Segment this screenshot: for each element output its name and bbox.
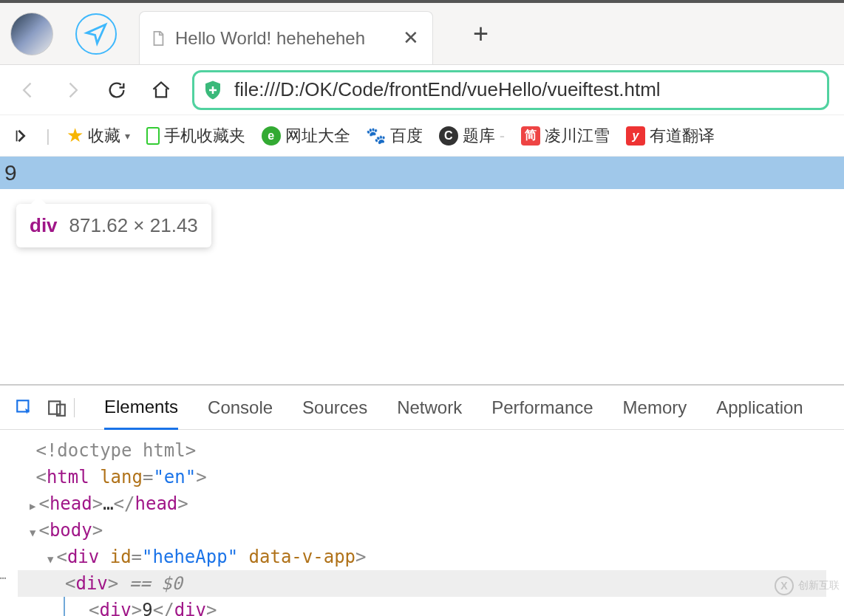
dom-head[interactable]: <head>…</head> bbox=[18, 490, 826, 517]
tab-network[interactable]: Network bbox=[397, 397, 462, 418]
tab-application[interactable]: Application bbox=[716, 397, 803, 418]
inspected-element-highlight: 9 bbox=[0, 157, 844, 189]
dom-html-open[interactable]: <html lang="en"> bbox=[18, 464, 826, 490]
dom-body[interactable]: <body> bbox=[18, 517, 826, 544]
dom-inner-div[interactable]: <div>9</div> bbox=[71, 597, 826, 616]
bookmark-youdao[interactable]: y 有道翻译 bbox=[626, 125, 715, 147]
watermark-text: 创新互联 bbox=[798, 579, 840, 592]
url-text: file:///D:/OK/Code/frontEnd/vueHello/vue… bbox=[234, 78, 661, 101]
bookmark-label: 题库 bbox=[463, 125, 495, 147]
browser-tab[interactable]: Hello World! heheheheh ✕ bbox=[139, 11, 433, 64]
forward-button[interactable] bbox=[59, 77, 86, 103]
book-icon: 简 bbox=[521, 126, 540, 146]
bookmark-mobile[interactable]: 手机收藏夹 bbox=[146, 125, 245, 147]
send-icon[interactable] bbox=[75, 13, 117, 55]
url-input[interactable]: file:///D:/OK/Code/frontEnd/vueHello/vue… bbox=[192, 70, 829, 110]
dom-tree[interactable]: <!doctype html> <html lang="en"> <head>…… bbox=[0, 430, 844, 616]
separator: | bbox=[46, 126, 50, 146]
reload-button[interactable] bbox=[103, 77, 130, 103]
tab-title: Hello World! heheheheh bbox=[175, 28, 391, 49]
crescent-icon: C bbox=[439, 126, 458, 146]
bookmark-label: 网址大全 bbox=[285, 125, 350, 147]
close-tab-button[interactable]: ✕ bbox=[400, 24, 422, 52]
youdao-icon: y bbox=[626, 126, 645, 146]
devtools-tools bbox=[15, 398, 75, 417]
tab-console[interactable]: Console bbox=[208, 397, 273, 418]
watermark: X 创新互联 bbox=[775, 576, 840, 595]
chevron-down-icon: ▾ bbox=[125, 130, 130, 142]
user-avatar[interactable] bbox=[10, 13, 53, 55]
tab-strip: Hello World! heheheheh ✕ + bbox=[0, 3, 844, 65]
new-tab-button[interactable]: + bbox=[473, 18, 489, 49]
page-content: 9 div 871.62 × 21.43 bbox=[0, 157, 844, 384]
paw-icon: 🐾 bbox=[367, 126, 386, 146]
watermark-logo-icon: X bbox=[775, 576, 794, 595]
bookmark-label: 百度 bbox=[390, 125, 423, 147]
home-button[interactable] bbox=[148, 77, 174, 103]
address-bar: file:///D:/OK/Code/frontEnd/vueHello/vue… bbox=[0, 65, 844, 115]
bookmarks-bar: | ★ 收藏 ▾ 手机收藏夹 e 网址大全 🐾 百度 C 题库 - 简 凌川江雪… bbox=[0, 115, 844, 157]
back-button[interactable] bbox=[15, 77, 41, 103]
separator: - bbox=[500, 126, 505, 146]
device-icon[interactable] bbox=[47, 398, 67, 417]
page-text: 9 bbox=[4, 160, 17, 185]
bookmark-lingchuan[interactable]: 简 凌川江雪 bbox=[521, 125, 610, 147]
inspect-icon[interactable] bbox=[15, 398, 34, 417]
bookmark-favorites[interactable]: ★ 收藏 ▾ bbox=[67, 124, 130, 147]
shield-icon bbox=[202, 79, 224, 101]
dom-app-div[interactable]: <div id="heheApp" data-v-app> bbox=[18, 544, 826, 570]
devtools-panel: Elements Console Sources Network Perform… bbox=[0, 384, 844, 616]
tab-elements[interactable]: Elements bbox=[104, 397, 178, 430]
dom-selected-div[interactable]: <div> == $0 bbox=[18, 570, 826, 597]
svg-rect-2 bbox=[49, 401, 60, 414]
tab-memory[interactable]: Memory bbox=[623, 397, 687, 418]
bookmark-label: 有道翻译 bbox=[650, 125, 715, 147]
file-icon bbox=[150, 30, 166, 47]
site-icon: e bbox=[262, 126, 281, 146]
bookmark-tiku[interactable]: C 题库 - bbox=[439, 125, 505, 147]
tab-sources[interactable]: Sources bbox=[302, 397, 367, 418]
tab-performance[interactable]: Performance bbox=[491, 397, 593, 418]
devtools-tabs: Elements Console Sources Network Perform… bbox=[0, 386, 844, 430]
svg-rect-0 bbox=[16, 130, 18, 141]
bookmark-label: 凌川江雪 bbox=[545, 125, 610, 147]
bookmark-label: 收藏 bbox=[88, 125, 120, 147]
bookmark-sites[interactable]: e 网址大全 bbox=[262, 125, 350, 147]
bookmark-baidu[interactable]: 🐾 百度 bbox=[367, 125, 423, 147]
bookmark-label: 手机收藏夹 bbox=[164, 125, 245, 147]
tooltip-dimensions: 871.62 × 21.43 bbox=[69, 214, 198, 237]
extension-toggle[interactable] bbox=[13, 128, 30, 144]
star-icon: ★ bbox=[67, 124, 84, 147]
mobile-icon bbox=[146, 127, 160, 145]
tooltip-tag: div bbox=[30, 214, 58, 237]
dom-doctype[interactable]: <!doctype html> bbox=[18, 437, 826, 464]
inspector-tooltip: div 871.62 × 21.43 bbox=[16, 204, 211, 247]
